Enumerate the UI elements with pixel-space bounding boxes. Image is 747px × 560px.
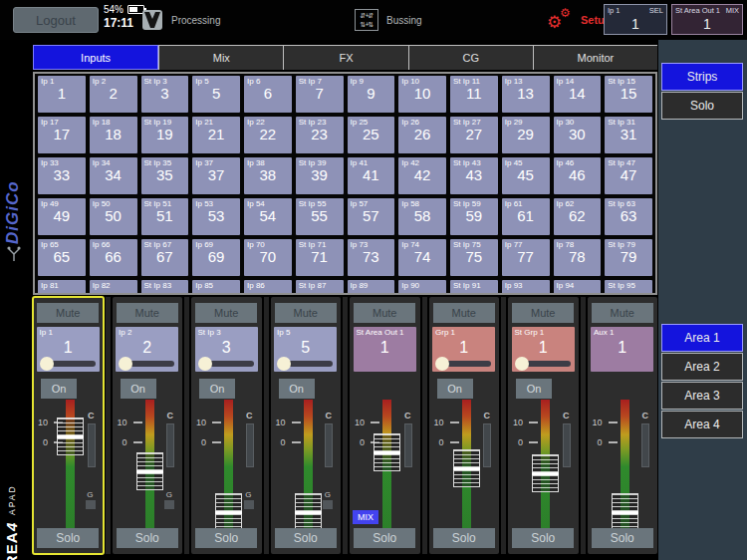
- channel-select-button[interactable]: St Ip 95 95: [605, 280, 652, 295]
- channel-select-button[interactable]: Ip 34 34: [90, 157, 137, 194]
- channel-select-button[interactable]: Ip 41 41: [348, 157, 395, 194]
- channel-select-button[interactable]: Ip 14 14: [554, 76, 602, 113]
- channel-select-button[interactable]: Ip 81 81: [38, 280, 86, 295]
- pan-slider[interactable]: [516, 361, 571, 367]
- mix-master-display[interactable]: St Area Out 1 MIX 1: [671, 4, 743, 35]
- tab-fx[interactable]: FX: [283, 45, 407, 70]
- channel-select-button[interactable]: Ip 29 29: [502, 117, 550, 153]
- mute-button[interactable]: Mute: [512, 303, 574, 323]
- channel-select-button[interactable]: St Ip 39 39: [296, 157, 344, 194]
- channel-label-box[interactable]: Aux 1 1: [591, 327, 653, 372]
- view-button-strips[interactable]: Strips: [661, 63, 743, 91]
- channel-label-box[interactable]: Ip 5 5: [274, 327, 337, 372]
- gang-indicator[interactable]: [164, 500, 174, 509]
- mute-button[interactable]: Mute: [117, 303, 178, 323]
- channel-select-button[interactable]: Ip 49 49: [38, 198, 86, 235]
- channel-select-button[interactable]: Ip 65 65: [38, 239, 86, 276]
- pan-slider[interactable]: [436, 361, 491, 367]
- fader-cap[interactable]: [532, 454, 559, 492]
- pan-knob[interactable]: [435, 357, 449, 371]
- channel-select-button[interactable]: Ip 86 86: [244, 280, 292, 295]
- mute-button[interactable]: Mute: [275, 303, 337, 323]
- channel-select-button[interactable]: Ip 62 62: [554, 198, 602, 235]
- channel-select-button[interactable]: St Ip 43 43: [450, 157, 498, 194]
- channel-select-button[interactable]: Ip 73 73: [348, 239, 395, 276]
- fader-cap[interactable]: [136, 452, 163, 490]
- solo-button[interactable]: Solo: [275, 528, 337, 548]
- channel-select-button[interactable]: St Ip 31 31: [605, 117, 652, 153]
- channel-select-button[interactable]: Ip 78 78: [554, 239, 602, 276]
- channel-select-button[interactable]: St Ip 75 75: [450, 239, 498, 276]
- channel-select-button[interactable]: St Ip 15 15: [605, 76, 652, 113]
- on-button[interactable]: On: [199, 379, 235, 399]
- gang-indicator[interactable]: [86, 500, 96, 509]
- gang-indicator[interactable]: [244, 500, 254, 509]
- view-button-solo[interactable]: Solo: [661, 92, 743, 120]
- channel-select-button[interactable]: St Ip 91 91: [450, 280, 498, 295]
- channel-select-button[interactable]: Ip 1 1: [38, 76, 86, 113]
- setup-button[interactable]: ⚙⚙ Setup: [547, 8, 612, 32]
- channel-select-button[interactable]: Ip 85 85: [192, 280, 240, 295]
- channel-select-button[interactable]: Ip 2 2: [90, 76, 137, 113]
- channel-select-button[interactable]: Ip 70 70: [244, 239, 292, 276]
- channel-label-box[interactable]: St Area Out 1 1: [354, 327, 416, 372]
- solo-button[interactable]: Solo: [37, 528, 99, 548]
- tab-inputs[interactable]: Inputs: [33, 45, 158, 70]
- channel-select-button[interactable]: Ip 90 90: [398, 280, 446, 295]
- tab-monitor[interactable]: Monitor: [533, 45, 657, 70]
- channel-label-box[interactable]: Grp 1 1: [432, 327, 495, 372]
- on-button[interactable]: On: [437, 379, 473, 399]
- channel-select-button[interactable]: St Ip 27 27: [450, 117, 498, 153]
- channel-select-button[interactable]: Ip 45 45: [502, 157, 550, 194]
- channel-select-button[interactable]: St Ip 83 83: [141, 280, 189, 295]
- channel-select-button[interactable]: Ip 94 94: [554, 280, 602, 295]
- channel-select-button[interactable]: St Ip 59 59: [450, 198, 498, 235]
- tab-cg[interactable]: CG: [408, 45, 533, 70]
- channel-select-button[interactable]: Ip 53 53: [192, 198, 240, 235]
- pan-slider[interactable]: [278, 361, 333, 367]
- channel-label-box[interactable]: Ip 1 1: [37, 327, 100, 372]
- channel-select-button[interactable]: Ip 13 13: [502, 76, 550, 113]
- channel-select-button[interactable]: St Ip 79 79: [605, 239, 652, 276]
- mute-button[interactable]: Mute: [354, 303, 415, 323]
- channel-select-button[interactable]: St Ip 71 71: [296, 239, 344, 276]
- channel-select-button[interactable]: Ip 61 61: [502, 198, 550, 235]
- fader-cap[interactable]: [612, 493, 638, 531]
- solo-button[interactable]: Solo: [433, 528, 495, 548]
- bussing-indicator[interactable]: ⇵+⇵⇅+⇅ Bussing: [355, 9, 422, 31]
- on-button[interactable]: On: [41, 379, 77, 399]
- on-button[interactable]: On: [279, 379, 315, 399]
- channel-select-button[interactable]: St Ip 63 63: [605, 198, 652, 235]
- channel-select-button[interactable]: Ip 50 50: [90, 198, 137, 235]
- channel-select-button[interactable]: Ip 22 22: [244, 117, 292, 153]
- channel-select-button[interactable]: Ip 17 17: [38, 117, 86, 153]
- solo-button[interactable]: Solo: [592, 528, 653, 548]
- channel-select-button[interactable]: Ip 38 38: [244, 157, 292, 194]
- channel-select-button[interactable]: Ip 37 37: [192, 157, 240, 194]
- channel-select-button[interactable]: St Ip 67 67: [141, 239, 189, 276]
- channel-select-button[interactable]: Ip 9 9: [348, 76, 395, 113]
- channel-select-button[interactable]: Ip 66 66: [90, 239, 137, 276]
- channel-select-button[interactable]: Ip 58 58: [398, 198, 446, 235]
- channel-select-button[interactable]: Ip 57 57: [348, 198, 395, 235]
- area-button-3[interactable]: Area 3: [661, 382, 743, 410]
- channel-select-button[interactable]: Ip 89 89: [348, 280, 395, 295]
- fader-cap[interactable]: [374, 433, 400, 471]
- selected-channel-display[interactable]: Ip 1 SEL 1: [604, 4, 667, 35]
- channel-select-button[interactable]: Ip 21 21: [192, 117, 240, 153]
- channel-select-button[interactable]: St Ip 11 11: [450, 76, 498, 113]
- channel-select-button[interactable]: St Ip 47 47: [605, 157, 652, 194]
- pan-slider[interactable]: [199, 361, 254, 367]
- pan-slider[interactable]: [120, 361, 174, 367]
- solo-button[interactable]: Solo: [195, 528, 257, 548]
- solo-button[interactable]: Solo: [354, 528, 415, 548]
- mute-button[interactable]: Mute: [433, 303, 495, 323]
- channel-select-button[interactable]: Ip 5 5: [192, 76, 240, 113]
- on-button[interactable]: On: [121, 379, 156, 399]
- pan-knob[interactable]: [198, 357, 212, 371]
- mute-button[interactable]: Mute: [195, 303, 257, 323]
- fader-cap[interactable]: [215, 493, 242, 531]
- channel-select-button[interactable]: Ip 74 74: [398, 239, 446, 276]
- pan-knob[interactable]: [277, 357, 291, 371]
- channel-select-button[interactable]: Ip 6 6: [244, 76, 292, 113]
